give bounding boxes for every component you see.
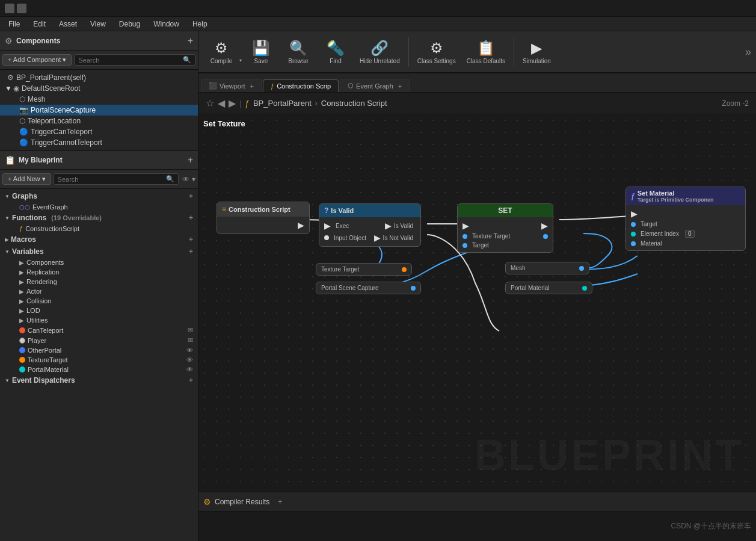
var-category-actor[interactable]: ▶ Actor [0, 286, 198, 296]
texture-target-out-node-pin [402, 267, 407, 272]
breadcrumb-forward-button[interactable]: ▶ [229, 97, 236, 109]
hide-unrelated-icon: 🔗 [370, 40, 389, 57]
var-category-lod[interactable]: ▶ LOD [0, 306, 198, 315]
set-node[interactable]: SET ▶ ▶ Texture Target Target [457, 203, 553, 253]
var-category-utilities[interactable]: ▶ Utilities [0, 315, 198, 325]
category-lod-label: LOD [26, 307, 40, 314]
compile-arrow[interactable]: ▾ [239, 37, 242, 67]
tree-item-teleportlocation[interactable]: ⬡ TeleportLocation [0, 116, 198, 126]
components-search-box[interactable]: 🔍 [74, 54, 195, 66]
breadcrumb-back-button[interactable]: ◀ [218, 97, 225, 109]
set-material-subtitle: Target is Primitive Componen [638, 197, 714, 203]
mesh-input-node[interactable]: Mesh [505, 262, 589, 274]
menu-edit[interactable]: Edit [27, 19, 52, 29]
components-add-button[interactable]: + [188, 36, 193, 46]
simulation-button[interactable]: ▶ Simulation [518, 37, 556, 67]
my-blueprint-search-input[interactable] [58, 176, 164, 183]
eventgraph-item[interactable]: ⬡⬡ EventGraph [0, 202, 198, 212]
macros-section-header[interactable]: ▶ Macros + [0, 233, 198, 246]
variables-section-header[interactable]: ▼ Variables + [0, 246, 198, 258]
breadcrumb-bar: ☆ ◀ ▶ | ƒ BP_PortalParent › Construction… [198, 93, 756, 114]
class-settings-button[interactable]: ⚙ Class Settings [413, 37, 461, 67]
eventdispatchers-add-icon[interactable]: + [189, 376, 193, 385]
menu-window[interactable]: Window [147, 19, 185, 29]
exec-in-pin: ▶ [324, 221, 331, 230]
set-material-node[interactable]: ƒ Set Material Target is Primitive Compo… [625, 187, 746, 251]
variables-add-icon[interactable]: + [189, 247, 193, 256]
menu-debug[interactable]: Debug [113, 19, 146, 29]
set-material-title: Set Material [638, 190, 714, 197]
macros-add-icon[interactable]: + [189, 235, 193, 244]
functions-section-header[interactable]: ▼ Functions (19 Overridable) + [0, 212, 198, 224]
set-material-icon: ƒ [631, 192, 635, 200]
player-label: Player [28, 337, 46, 344]
view-options-icon[interactable]: 👁 [182, 175, 189, 184]
tab-event-graph[interactable]: ⬡ Event Graph + [340, 79, 410, 92]
variables-triangle-icon: ▼ [5, 249, 10, 255]
components-header: ⚙ Components + [0, 31, 198, 51]
tree-item-triggercannotteleport[interactable]: 🔵 TriggerCannotTeleport [0, 137, 198, 148]
is-valid-node[interactable]: ? Is Valid ▶ Exec ▶ Is Valid Input Objec… [319, 203, 421, 247]
menu-help[interactable]: Help [186, 19, 214, 29]
setmat-exec-in: ▶ [626, 208, 745, 220]
construction-script-node-title: Construction Script [229, 206, 290, 213]
var-category-components[interactable]: ▶ Components [0, 258, 198, 267]
breadcrumb-star-button[interactable]: ☆ [206, 97, 214, 109]
var-canteleport[interactable]: CanTeleport ✉ [0, 325, 198, 335]
find-button[interactable]: 🔦 Find [318, 37, 354, 67]
mesh-out-pin [579, 266, 584, 271]
tree-item-self[interactable]: ⚙ BP_PortalParent(self) [0, 72, 198, 83]
menu-file[interactable]: File [2, 19, 26, 29]
save-button[interactable]: 💾 Save [243, 37, 279, 67]
var-otherportal[interactable]: OtherPortal 👁 [0, 345, 198, 355]
exec-out-pin: ▶ [298, 220, 304, 230]
portal-material-input-node[interactable]: Portal Material [505, 282, 592, 294]
graphs-add-icon[interactable]: + [189, 192, 193, 200]
category-components-triangle: ▶ [19, 259, 24, 266]
var-portalmaterial[interactable]: PortalMaterial 👁 [0, 365, 198, 374]
my-blueprint-search-box[interactable]: 🔍 [54, 173, 179, 185]
viewport-add-icon[interactable]: + [250, 82, 254, 90]
tree-item-portalscenecapture[interactable]: 📷 PortalSceneCapture [0, 105, 198, 116]
connections-svg [198, 114, 756, 492]
menu-asset[interactable]: Asset [53, 19, 83, 29]
tree-item-triggercanteleport[interactable]: 🔵 TriggerCanTeleport [0, 126, 198, 137]
portal-scene-capture-input-node[interactable]: Portal Scene Capture [316, 282, 421, 294]
browse-button[interactable]: 🔍 Browse [280, 37, 316, 67]
var-category-rendering[interactable]: ▶ Rendering [0, 277, 198, 286]
event-graph-add-icon[interactable]: + [398, 82, 402, 90]
var-category-collision[interactable]: ▶ Collision [0, 296, 198, 306]
compile-button[interactable]: ⚙ Compile [203, 37, 239, 67]
my-blueprint-icon: 📋 [5, 155, 15, 165]
hide-unrelated-button[interactable]: 🔗 Hide Unrelated [355, 37, 405, 67]
element-index-value[interactable]: 0 [685, 230, 695, 238]
menu-view[interactable]: View [84, 19, 112, 29]
tab-viewport[interactable]: ⬛ Viewport + [201, 79, 262, 92]
blueprint-canvas[interactable]: Set Texture [198, 114, 756, 492]
constructionscript-item[interactable]: ƒ ConstructionScript [0, 224, 198, 233]
texture-target-input-node[interactable]: Texture Target [316, 263, 412, 276]
my-blueprint-add-button[interactable]: + [188, 155, 193, 165]
var-texturetarget[interactable]: TextureTarget 👁 [0, 355, 198, 365]
components-search-input[interactable] [78, 57, 180, 64]
class-defaults-button[interactable]: 📋 Class Defaults [462, 37, 510, 67]
breadcrumb-function-icon: ƒ [245, 99, 250, 108]
graphs-section-header[interactable]: ▼ Graphs + [0, 190, 198, 202]
is-valid-icon: ? [324, 206, 328, 215]
add-new-button[interactable]: + Add New ▾ [2, 173, 51, 185]
event-dispatchers-section-header[interactable]: ▼ Event Dispatchers + [0, 374, 198, 386]
tree-item-defaultsceneroot[interactable]: ▼ ◉ DefaultSceneRoot [0, 83, 198, 94]
constructionscript-icon: ƒ [19, 225, 23, 232]
functions-add-icon[interactable]: + [189, 214, 193, 222]
filter-icon[interactable]: ▾ [192, 175, 195, 184]
compiler-add-button[interactable]: + [278, 498, 282, 506]
tab-construction-script[interactable]: ƒ Construction Scrip [263, 79, 339, 92]
otherportal-tail: 👁 [186, 347, 193, 354]
add-component-button[interactable]: + Add Component ▾ [2, 54, 72, 66]
toolbar-overflow-button[interactable]: » [745, 46, 751, 58]
var-player[interactable]: Player ✉ [0, 335, 198, 345]
tree-item-mesh[interactable]: ⬡ Mesh [0, 94, 198, 105]
var-category-replication[interactable]: ▶ Replication [0, 267, 198, 277]
construction-script-node[interactable]: ≡ Construction Script ▶ [217, 202, 310, 234]
my-blueprint-header: 📋 My Blueprint + [0, 150, 198, 170]
